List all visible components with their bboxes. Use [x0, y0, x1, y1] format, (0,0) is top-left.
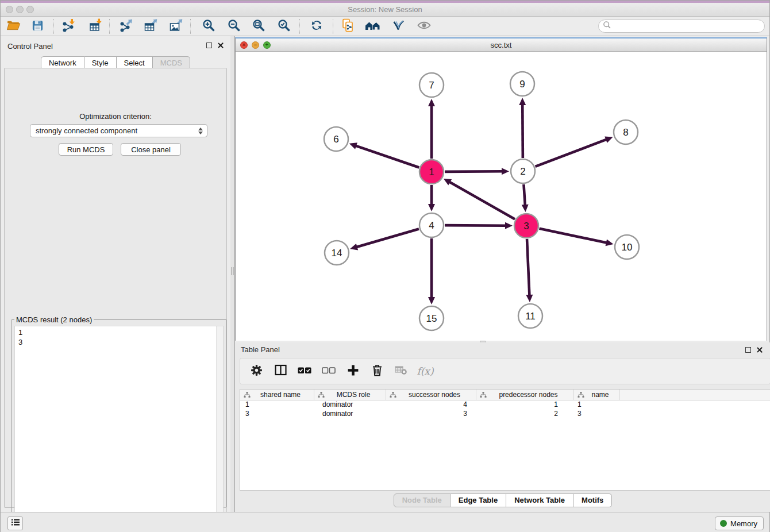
memory-button[interactable]: Memory [715, 516, 764, 530]
table-settings-button[interactable] [248, 364, 264, 379]
node-4[interactable]: 4 [419, 213, 444, 237]
edge-1-4[interactable] [428, 185, 435, 211]
style-check-icon [391, 18, 406, 34]
clone-network-button[interactable] [338, 18, 358, 35]
deselect-all-button[interactable] [321, 366, 337, 376]
export-image-button[interactable] [166, 18, 186, 35]
node-1[interactable]: 1 [419, 160, 444, 184]
tab-network-table[interactable]: Network Table [506, 494, 573, 507]
apply-layout-button[interactable] [307, 18, 326, 35]
table-cell: dominator [314, 410, 386, 419]
column-header-label: MCDS role [325, 391, 386, 399]
network-titlebar[interactable]: scc.txt [236, 38, 767, 52]
export-network-button[interactable] [116, 18, 136, 35]
node-8[interactable]: 8 [614, 120, 638, 144]
delete-table-button[interactable] [393, 365, 409, 377]
run-mcds-button[interactable]: Run MCDS [59, 143, 113, 156]
column-type-icon [390, 392, 396, 398]
column-header-predecessor-nodes[interactable]: predecessor nodes [476, 390, 574, 400]
zoom-fit-button[interactable] [249, 18, 268, 35]
node-table[interactable]: shared nameMCDS rolesuccessor nodesprede… [240, 389, 770, 491]
edge-4-15[interactable] [428, 238, 435, 304]
node-3[interactable]: 3 [514, 214, 538, 238]
edge-3-10[interactable] [540, 229, 614, 246]
node-11[interactable]: 11 [518, 304, 542, 328]
hide-details-button[interactable] [414, 18, 434, 35]
node-2[interactable]: 2 [511, 159, 535, 183]
edge-2-9[interactable] [519, 98, 526, 158]
edge-1-7[interactable] [428, 99, 435, 159]
control-panel-title: Control Panel [7, 42, 53, 51]
edge-3-1[interactable] [444, 179, 515, 219]
column-header-successor-nodes[interactable]: successor nodes [386, 390, 476, 400]
trash-icon [372, 364, 383, 379]
show-column-panel-button[interactable] [272, 364, 288, 378]
export-table-button[interactable] [141, 18, 160, 35]
houses-icon [365, 19, 381, 34]
node-7[interactable]: 7 [419, 73, 444, 97]
vertical-splitter[interactable] [230, 36, 235, 512]
node-6[interactable]: 6 [324, 127, 348, 151]
edge-4-14[interactable] [350, 229, 419, 250]
table-cell: 3 [574, 410, 620, 419]
tab-edge-table[interactable]: Edge Table [451, 494, 506, 507]
edge-1-6[interactable] [349, 142, 419, 167]
column-header-name[interactable]: name [574, 390, 620, 400]
refresh-icon [310, 18, 324, 34]
chevron-updown-icon [197, 126, 204, 136]
delete-column-button[interactable] [369, 364, 385, 379]
mcds-result-box[interactable]: 13 [14, 326, 224, 532]
checked-boxes-icon [298, 366, 311, 376]
float-table-panel-icon[interactable] [745, 347, 751, 353]
zoom-out-icon [227, 18, 241, 34]
node-14[interactable]: 14 [325, 241, 349, 265]
column-header-label: successor nodes [396, 391, 476, 399]
zoom-selected-button[interactable] [274, 18, 294, 35]
zoom-out-button[interactable] [224, 18, 244, 35]
import-table-icon [88, 18, 103, 34]
network-canvas[interactable]: 7968124314101511 [236, 52, 767, 341]
zoom-in-button[interactable] [199, 18, 218, 35]
select-all-button[interactable] [297, 366, 313, 376]
close-panel-button[interactable]: Close panel [121, 143, 181, 156]
create-column-button[interactable] [345, 364, 361, 379]
node-15[interactable]: 15 [419, 306, 444, 330]
save-session-button[interactable] [28, 18, 47, 35]
task-history-button[interactable] [7, 516, 23, 530]
table-cell: 4 [386, 400, 476, 410]
result-line: 1 [18, 327, 223, 337]
edge-1-2[interactable] [445, 168, 509, 175]
column-header-shared-name[interactable]: shared name [240, 390, 314, 400]
node-10[interactable]: 10 [615, 235, 639, 259]
tab-motifs[interactable]: Motifs [573, 494, 612, 507]
function-builder-button[interactable]: f(x) [417, 365, 433, 377]
column-header-mcds-role[interactable]: MCDS role [314, 390, 386, 400]
memory-label: Memory [730, 519, 757, 528]
mcds-result-fieldset: MCDS result (2 nodes) 13 [11, 315, 226, 532]
criterion-dropdown[interactable]: strongly connected component [30, 124, 207, 137]
node-9[interactable]: 9 [510, 72, 534, 96]
table-row[interactable]: 1dominator411 [240, 400, 770, 410]
close-panel-icon[interactable] [217, 42, 224, 48]
tab-node-table[interactable]: Node Table [394, 494, 451, 507]
toggle-styles-button[interactable] [388, 18, 408, 35]
clone-network-icon [341, 18, 356, 35]
edge-3-11[interactable] [526, 239, 533, 302]
open-session-button[interactable] [3, 18, 23, 35]
edge-2-8[interactable] [536, 137, 613, 167]
network-title: scc.txt [236, 41, 767, 49]
column-type-icon [480, 392, 487, 398]
float-panel-icon[interactable] [206, 43, 212, 48]
close-table-panel-icon[interactable] [756, 346, 763, 353]
svg-text:15: 15 [426, 313, 437, 324]
show-home-networks-button[interactable] [363, 18, 383, 35]
edge-2-3[interactable] [522, 184, 529, 212]
table-row[interactable]: 3dominator323 [240, 410, 770, 419]
import-network-button[interactable] [59, 18, 78, 35]
search-box[interactable] [598, 20, 765, 33]
import-table-button[interactable] [86, 18, 105, 35]
search-input[interactable] [611, 22, 764, 30]
svg-text:7: 7 [429, 80, 434, 91]
result-scrollbar[interactable] [216, 326, 223, 532]
edge-4-3[interactable] [445, 222, 513, 229]
